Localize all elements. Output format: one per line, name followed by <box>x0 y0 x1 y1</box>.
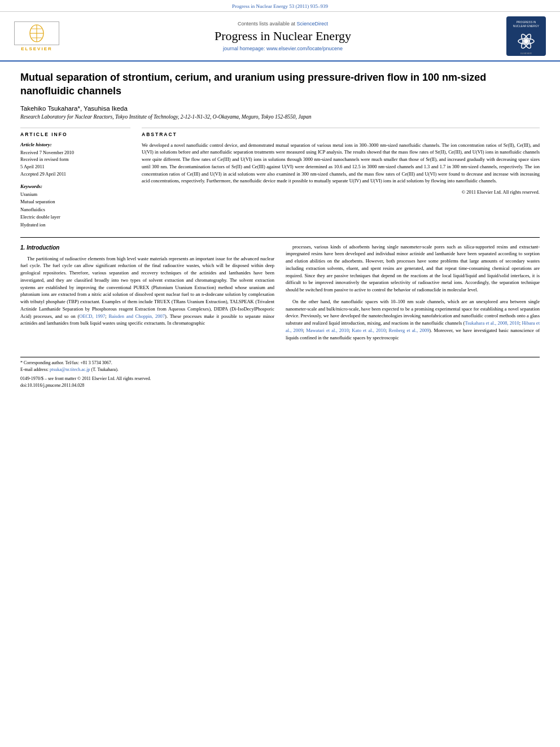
journal-logo-right: PROGRESS IN NUCLEAR ENERGY ELSEVIER <box>504 16 549 56</box>
received2: Received in revised form <box>20 156 130 163</box>
section-divider <box>20 237 540 238</box>
svg-text:PROGRESS IN: PROGRESS IN <box>517 20 536 24</box>
body-right-para1: processes, various kinds of adsorbents h… <box>286 243 540 294</box>
body-left-para1: The partitioning of radioactive elements… <box>20 255 274 327</box>
history-label: Article history: <box>20 142 130 147</box>
footnote-email-link[interactable]: ptsuka@nr.titech.ac.jp <box>50 367 90 372</box>
abstract-text: We developed a novel nanofluidic control… <box>142 142 540 185</box>
ref-baisden[interactable]: Baisden and Choppin, 2007 <box>109 313 165 319</box>
authors: Takehiko Tsukahara*, Yasuhisa Ikeda <box>20 105 540 112</box>
ref-renberg[interactable]: Renberg et al., 2009 <box>389 327 430 333</box>
section1-title: 1. Introduction <box>20 243 274 252</box>
doi-area: 0149-1970/$ – see front matter © 2011 El… <box>0 373 560 395</box>
footnote-email: E-mail address: ptsuka@nr.titech.ac.jp (… <box>20 366 540 373</box>
body-right-col: processes, various kinds of adsorbents h… <box>286 243 540 346</box>
elsevier-logo: ELSEVIER <box>11 21 62 51</box>
journal-header-bar: Progress in Nuclear Energy 53 (2011) 935… <box>0 0 560 12</box>
keywords-list: Uranium Mutual separation Nanofluidics E… <box>20 191 130 229</box>
ref-oecd[interactable]: OECD, 1997 <box>79 313 105 319</box>
ref-mawatari[interactable]: Mawatari et al., 2010 <box>306 327 349 333</box>
keyword3: Nanofluidics <box>20 206 130 214</box>
progress-nuclear-energy-logo: PROGRESS IN NUCLEAR ENERGY ELSEVIER <box>506 16 546 56</box>
elsevier-text: ELSEVIER <box>21 46 53 51</box>
body-two-col: 1. Introduction The partitioning of radi… <box>20 243 540 346</box>
elsevier-logo-box <box>14 21 59 45</box>
article-title: Mutual separation of strontium, cerium, … <box>20 71 540 98</box>
keywords-label: Keywords: <box>20 184 130 189</box>
article-info-col: ARTICLE INFO Article history: Received 7… <box>20 128 130 229</box>
ref-kato[interactable]: Kato et al., 2010 <box>352 327 386 333</box>
body-left-col: 1. Introduction The partitioning of radi… <box>20 243 274 346</box>
keyword5: Hydrated ion <box>20 221 130 229</box>
copyright-line: © 2011 Elsevier Ltd. All rights reserved… <box>142 189 540 195</box>
journal-title-center: Contents lists available at ScienceDirec… <box>62 21 504 51</box>
ref-tsukahara[interactable]: Tsukahara et al., 2008, 2010 <box>465 320 519 326</box>
svg-point-9 <box>524 39 528 43</box>
journal-homepage: journal homepage: www.elsevier.com/locat… <box>62 46 504 51</box>
article-info-label: ARTICLE INFO <box>20 132 130 137</box>
received1: Received 7 November 2010 <box>20 149 130 156</box>
svg-text:NUCLEAR ENERGY: NUCLEAR ENERGY <box>513 24 540 28</box>
received2-date: 5 April 2011 <box>20 163 130 171</box>
journal-main-title: Progress in Nuclear Energy <box>62 29 504 43</box>
volume-info: Progress in Nuclear Energy 53 (2011) 935… <box>232 3 328 9</box>
keyword1: Uranium <box>20 191 130 199</box>
abstract-col: ABSTRACT We developed a novel nanofluidi… <box>142 128 540 229</box>
accepted: Accepted 29 April 2011 <box>20 171 130 178</box>
abstract-label: ABSTRACT <box>142 132 540 137</box>
doi-value: doi:10.1016/j.pnucene.2011.04.028 <box>20 382 540 389</box>
footnote-star: * Corresponding author. Tel/fax: +81 3 5… <box>20 360 540 366</box>
article-info-abstract-section: ARTICLE INFO Article history: Received 7… <box>20 128 540 229</box>
footnote-area: * Corresponding author. Tel/fax: +81 3 5… <box>20 357 540 373</box>
copyright-footer: 0149-1970/$ – see front matter © 2011 El… <box>20 375 540 382</box>
keyword2: Mutual separation <box>20 198 130 206</box>
contents-line: Contents lists available at ScienceDirec… <box>62 21 504 27</box>
journal-top: ELSEVIER Contents lists available at Sci… <box>0 12 560 62</box>
article-area: Mutual separation of strontium, cerium, … <box>0 62 560 357</box>
body-right-para2: On the other hand, the nanofluidic space… <box>286 298 540 342</box>
keyword4: Electric double layer <box>20 213 130 221</box>
affiliation: Research Laboratory for Nuclear Reactors… <box>20 114 540 120</box>
svg-text:ELSEVIER: ELSEVIER <box>520 52 532 55</box>
elsevier-logo-svg <box>20 23 54 43</box>
